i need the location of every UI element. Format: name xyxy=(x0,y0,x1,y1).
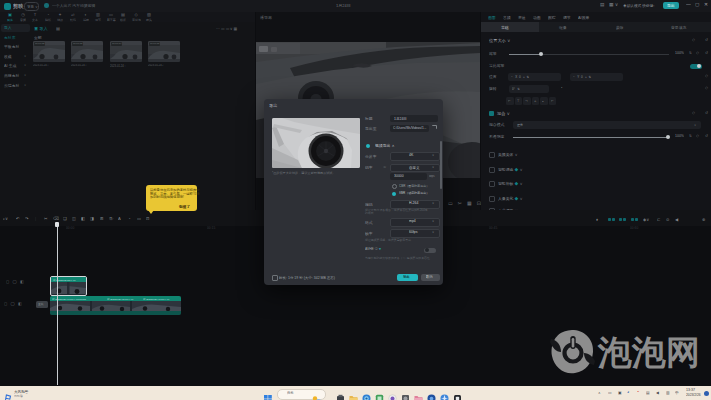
svg-text:泡泡网: 泡泡网 xyxy=(597,333,700,371)
